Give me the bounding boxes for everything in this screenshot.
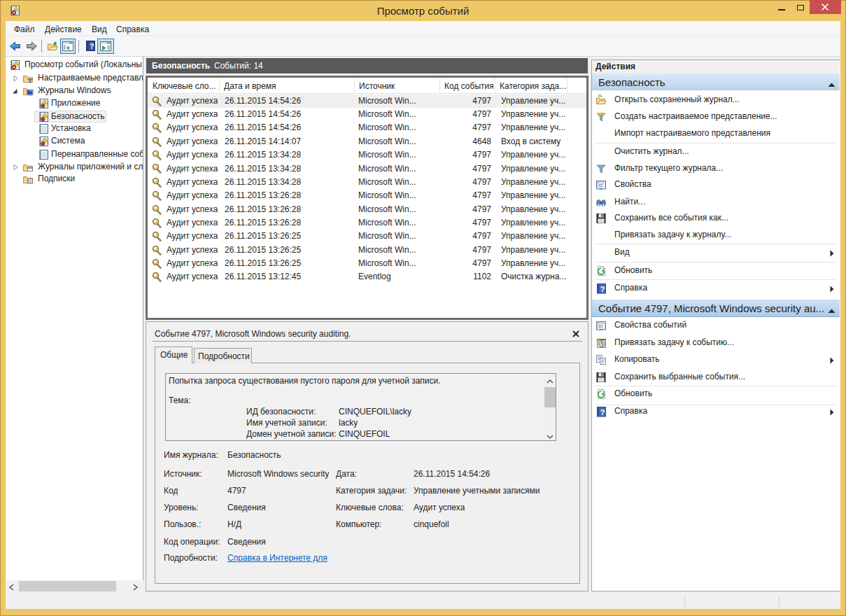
svg-text:?: ? xyxy=(600,408,605,416)
svg-text:?: ? xyxy=(90,42,94,50)
svg-text:?: ? xyxy=(600,285,605,293)
